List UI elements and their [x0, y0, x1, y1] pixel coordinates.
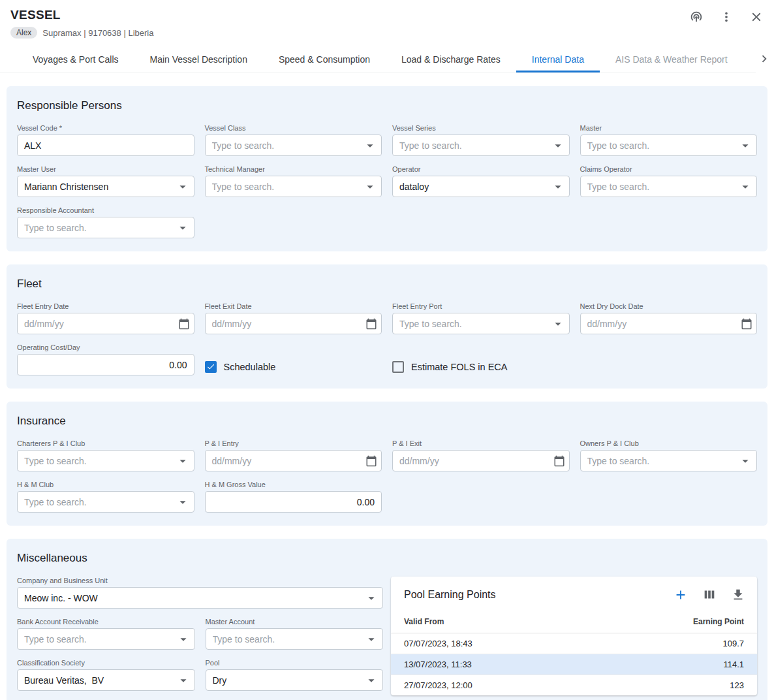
hm-gross-value-input[interactable] — [205, 491, 382, 513]
vessel-code-input[interactable] — [17, 135, 194, 156]
chevron-down-icon[interactable] — [738, 454, 752, 468]
chevron-down-icon[interactable] — [364, 673, 379, 688]
checkbox-icon[interactable] — [205, 361, 217, 373]
tab-load-discharge-rates[interactable]: Load & Discharge Rates — [386, 46, 516, 72]
field-label: Fleet Entry Port — [392, 302, 570, 310]
fleet-exit-date-input[interactable] — [205, 313, 382, 334]
tab-ais-data-weather-report[interactable]: AIS Data & Weather Report — [600, 46, 743, 72]
charterers-pi-club-select[interactable] — [17, 450, 194, 471]
master-user-select[interactable] — [17, 176, 194, 197]
add-earning-point-button[interactable] — [673, 588, 688, 602]
field-label: Classification Society — [17, 659, 195, 667]
chevron-right-icon — [757, 52, 771, 68]
field-label: Charterers P & I Club — [17, 439, 194, 447]
operator-select[interactable] — [392, 176, 570, 197]
calendar-icon[interactable] — [741, 318, 752, 330]
checkbox-label: Estimate FOLS in ECA — [411, 362, 507, 372]
antenna-icon — [689, 10, 704, 24]
miscellaneous-section: Miscellaneous Company and Business Unit … — [7, 539, 767, 700]
table-row[interactable]: 27/07/2023, 12:00 123 — [391, 675, 757, 696]
chevron-down-icon[interactable] — [551, 138, 565, 153]
tab-speed-consumption[interactable]: Speed & Consumption — [263, 46, 386, 72]
chevron-down-icon[interactable] — [738, 138, 752, 153]
field-label: Bank Account Receivable — [17, 618, 195, 626]
field-label: Pool — [206, 659, 384, 667]
master-account-select[interactable] — [206, 628, 384, 650]
section-title: Responsible Persons — [17, 99, 757, 112]
fleet-entry-date-input[interactable] — [17, 313, 194, 334]
pool-select[interactable] — [206, 669, 384, 691]
kebab-menu-icon — [719, 10, 734, 24]
next-dry-dock-date-field: Next Dry Dock Date — [580, 302, 758, 334]
estimate-fols-in-eca-checkbox[interactable]: Estimate FOLS in ECA — [392, 343, 570, 375]
owners-pi-club-select[interactable] — [580, 450, 758, 471]
pi-exit-field: P & I Exit — [392, 439, 570, 471]
chevron-down-icon[interactable] — [176, 495, 190, 509]
fleet-entry-port-field: Fleet Entry Port — [392, 302, 570, 334]
tab-contacts-truncated[interactable]: Cor — [743, 46, 756, 72]
pi-exit-date-input[interactable] — [392, 450, 570, 471]
chevron-down-icon[interactable] — [364, 632, 379, 646]
chevron-down-icon[interactable] — [363, 138, 377, 153]
calendar-icon[interactable] — [365, 318, 377, 330]
tab-internal-data[interactable]: Internal Data — [516, 46, 600, 72]
classification-society-select[interactable] — [17, 669, 195, 691]
table-row[interactable]: 13/07/2023, 11:33 114.1 — [391, 654, 757, 675]
window-header: VESSEL Alex Supramax | 9170638 | Liberia — [0, 0, 774, 39]
chevron-down-icon[interactable] — [738, 180, 752, 194]
claims-operator-select[interactable] — [580, 176, 758, 197]
pi-entry-field: P & I Entry — [205, 439, 382, 471]
chevron-down-icon[interactable] — [176, 454, 190, 468]
fleet-entry-port-select[interactable] — [392, 313, 570, 334]
pi-entry-date-input[interactable] — [205, 450, 382, 471]
tab-main-vessel-description[interactable]: Main Vessel Description — [134, 46, 263, 72]
responsible-accountant-select[interactable] — [17, 217, 194, 238]
more-options-button[interactable] — [719, 10, 734, 24]
technical-manager-select[interactable] — [205, 176, 382, 197]
company-business-unit-select[interactable] — [17, 587, 383, 609]
charterers-pi-club-field: Charterers P & I Club — [17, 439, 194, 471]
checkbox-icon[interactable] — [392, 361, 404, 373]
chevron-down-icon[interactable] — [176, 673, 191, 688]
calendar-icon[interactable] — [553, 455, 565, 467]
schedulable-checkbox[interactable]: Schedulable — [205, 343, 382, 375]
section-title: Miscellaneous — [17, 552, 757, 565]
field-label: H & M Club — [17, 481, 194, 488]
tab-scroll-right-button[interactable] — [756, 46, 773, 73]
chevron-down-icon[interactable] — [363, 180, 377, 194]
pool-earning-points-table: Valid From Earning Point 07/07/2023, 18:… — [391, 611, 757, 695]
plus-icon — [673, 588, 688, 602]
tab-voyages-port-calls[interactable]: Voyages & Port Calls — [17, 46, 134, 72]
close-button[interactable] — [749, 10, 764, 24]
checkbox-label: Schedulable — [224, 362, 276, 372]
master-select[interactable] — [580, 135, 758, 156]
bank-account-receivable-select[interactable] — [17, 628, 195, 650]
hm-club-select[interactable] — [17, 491, 194, 513]
fleet-exit-date-field: Fleet Exit Date — [205, 302, 382, 334]
chevron-down-icon[interactable] — [364, 591, 379, 605]
tab-bar: Voyages & Port Calls Main Vessel Descrip… — [0, 46, 774, 73]
vessel-series-select[interactable] — [392, 135, 570, 156]
live-data-button[interactable] — [689, 10, 704, 24]
chevron-down-icon[interactable] — [551, 180, 565, 194]
vessel-subtitle: Supramax | 9170638 | Liberia — [42, 28, 153, 38]
chevron-down-icon[interactable] — [176, 221, 190, 235]
operating-cost-day-input[interactable] — [17, 354, 194, 375]
calendar-icon[interactable] — [178, 318, 190, 330]
hm-club-field: H & M Club — [17, 481, 194, 513]
table-row[interactable]: 07/07/2023, 18:43 109.7 — [391, 633, 757, 654]
pool-field: Pool — [206, 659, 384, 691]
claims-operator-field: Claims Operator — [580, 165, 758, 197]
chevron-down-icon[interactable] — [176, 632, 191, 646]
valid-from-cell: 07/07/2023, 18:43 — [391, 633, 593, 654]
column-settings-button[interactable] — [702, 588, 717, 602]
chevron-down-icon[interactable] — [176, 180, 190, 194]
calendar-icon[interactable] — [365, 455, 377, 467]
page-title: VESSEL — [10, 8, 764, 22]
chevron-down-icon[interactable] — [551, 317, 565, 331]
download-icon — [731, 588, 745, 602]
vessel-class-select[interactable] — [205, 135, 382, 156]
fleet-section: Fleet Fleet Entry Date Fleet Exit Date F… — [7, 264, 767, 389]
next-dry-dock-date-input[interactable] — [580, 313, 758, 334]
download-button[interactable] — [731, 588, 745, 602]
